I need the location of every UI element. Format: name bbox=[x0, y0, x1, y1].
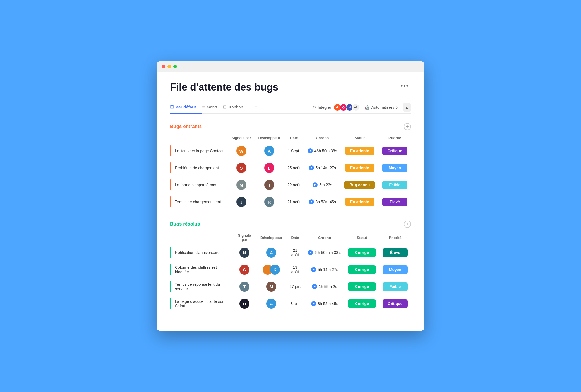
priorite-cell[interactable]: Élevé bbox=[379, 193, 411, 210]
table-icon: ⊞ bbox=[170, 104, 174, 110]
table-row[interactable]: Temps de réponse lent du serveur T M 27 … bbox=[170, 278, 411, 295]
bugs-resolus-table: Signalé par Développeur Date Chrono Stat… bbox=[170, 231, 411, 312]
table-row[interactable]: La forme n'apparaît pas M T 22 août 5m 2… bbox=[170, 176, 411, 193]
section-header-entrants: Bugs entrants + bbox=[170, 123, 411, 130]
status-badge[interactable]: Corrigé bbox=[348, 265, 376, 274]
chrono-value: 8h 52m 45s bbox=[316, 200, 336, 204]
statut-cell[interactable]: En attente bbox=[341, 142, 379, 159]
status-badge[interactable]: Bug connu bbox=[344, 181, 375, 189]
tab-kanban[interactable]: ⊟ Kanban bbox=[223, 101, 249, 113]
statut-cell[interactable]: Corrigé bbox=[345, 278, 379, 295]
status-badge[interactable]: En attente bbox=[345, 147, 374, 155]
col-header-signale-r: Signalé par bbox=[232, 231, 257, 244]
signale-cell: D bbox=[232, 295, 257, 312]
col-header-dev-r: Développeur bbox=[257, 231, 286, 244]
priorite-cell[interactable]: Faible bbox=[379, 278, 411, 295]
automatiser-button[interactable]: 🤖 Automatiser / 5 bbox=[365, 105, 398, 110]
tab-gantt[interactable]: ≡ Gantt bbox=[202, 102, 223, 113]
priorite-cell[interactable]: Élevé bbox=[379, 244, 411, 261]
table-row[interactable]: Notification d'anniversaire N A 21 août … bbox=[170, 244, 411, 261]
table-row[interactable]: Colonne des chiffres est bloquée S L K 1… bbox=[170, 261, 411, 278]
priority-badge[interactable]: Faible bbox=[383, 282, 408, 291]
table-header-row-resolus: Signalé par Développeur Date Chrono Stat… bbox=[170, 231, 411, 244]
tabs-bar: ⊞ Par défaut ≡ Gantt ⊟ Kanban + ⟲ Intégr… bbox=[170, 101, 411, 114]
priority-badge[interactable]: Élevé bbox=[383, 248, 408, 257]
statut-cell[interactable]: Corrigé bbox=[345, 244, 379, 261]
share-icon: ⟲ bbox=[312, 105, 316, 110]
priorite-cell[interactable]: Moyen bbox=[379, 261, 411, 278]
status-badge[interactable]: En attente bbox=[345, 164, 374, 172]
more-options-button[interactable]: ••• bbox=[398, 81, 411, 91]
row-indicator bbox=[170, 179, 171, 190]
dev-cell: A bbox=[257, 295, 286, 312]
dev-cell: A bbox=[257, 244, 286, 261]
avatar: R bbox=[264, 197, 274, 207]
table-row[interactable]: Problème de chargement S L 25 août 5h 14… bbox=[170, 159, 411, 176]
table-row[interactable]: La page d'accueil plante sur Safari D A … bbox=[170, 295, 411, 312]
main-content: File d'attente des bugs ••• ⊞ Par défaut… bbox=[157, 72, 424, 331]
chrono-value: 1h 55m 2s bbox=[319, 284, 337, 289]
statut-cell[interactable]: En attente bbox=[341, 193, 379, 210]
col-header-chrono: Chrono bbox=[304, 134, 341, 142]
chrono-cell: 6 h 50 min 38 s bbox=[304, 244, 345, 261]
integrer-button[interactable]: ⟲ Intégrer G Q M +2 bbox=[312, 103, 360, 111]
collapse-button[interactable]: ▲ bbox=[403, 103, 411, 112]
bugs-entrants-table: Signalé par Développeur Date Chrono Stat… bbox=[170, 134, 411, 210]
priorite-cell[interactable]: Critique bbox=[379, 142, 411, 159]
status-badge[interactable]: Corrigé bbox=[348, 299, 376, 308]
section-title-entrants: Bugs entrants bbox=[170, 124, 202, 129]
statut-cell[interactable]: En attente bbox=[341, 159, 379, 176]
row-indicator bbox=[170, 162, 171, 173]
date-cell: 22 août bbox=[284, 176, 304, 193]
dev-cell: M bbox=[257, 278, 286, 295]
col-header-name bbox=[170, 134, 228, 142]
priority-badge[interactable]: Critique bbox=[382, 147, 407, 155]
col-header-priorite-r: Priorité bbox=[379, 231, 411, 244]
chrono-cell: 5h 14m 27s bbox=[304, 261, 345, 278]
statut-cell[interactable]: Corrigé bbox=[345, 295, 379, 312]
section-header-resolus: Bugs résolus + bbox=[170, 221, 411, 228]
priority-badge[interactable]: Élevé bbox=[382, 198, 407, 206]
chrono-cell: 8h 52m 45s bbox=[304, 193, 341, 210]
col-header-priorite: Priorité bbox=[379, 134, 411, 142]
maximize-dot[interactable] bbox=[173, 65, 177, 68]
tab-par-defaut[interactable]: ⊞ Par défaut bbox=[170, 101, 202, 114]
row-indicator bbox=[170, 281, 171, 292]
chrono-value: 5h 14m 27s bbox=[316, 166, 336, 170]
status-badge[interactable]: Corrigé bbox=[348, 248, 376, 257]
status-badge[interactable]: Corrigé bbox=[348, 282, 376, 291]
signale-cell: W bbox=[228, 142, 255, 159]
date-cell: 27 juil. bbox=[286, 278, 304, 295]
statut-cell[interactable]: Bug connu bbox=[341, 176, 379, 193]
add-entrant-button[interactable]: + bbox=[404, 123, 411, 130]
row-indicator bbox=[170, 247, 171, 258]
bug-name: Problème de chargement bbox=[175, 166, 219, 170]
row-indicator bbox=[170, 298, 171, 309]
close-dot[interactable] bbox=[162, 65, 165, 68]
status-badge[interactable]: En attente bbox=[345, 198, 374, 206]
priority-badge[interactable]: Critique bbox=[383, 299, 408, 308]
statut-cell[interactable]: Corrigé bbox=[345, 261, 379, 278]
priority-badge[interactable]: Faible bbox=[382, 181, 407, 189]
minimize-dot[interactable] bbox=[167, 65, 171, 68]
date-cell: 8 juil. bbox=[286, 295, 304, 312]
priorite-cell[interactable]: Faible bbox=[379, 176, 411, 193]
browser-window: File d'attente des bugs ••• ⊞ Par défaut… bbox=[157, 61, 424, 331]
add-view-button[interactable]: + bbox=[249, 101, 263, 113]
table-row[interactable]: Le lien vers la page Contact W A 1 Sept.… bbox=[170, 142, 411, 159]
robot-icon: 🤖 bbox=[365, 105, 369, 110]
priority-badge[interactable]: Moyen bbox=[382, 164, 407, 172]
toolbar-right: ⟲ Intégrer G Q M +2 🤖 Automatiser / 5 ▲ bbox=[312, 103, 411, 112]
add-resolu-button[interactable]: + bbox=[404, 221, 411, 228]
row-indicator bbox=[170, 196, 171, 207]
priority-badge[interactable]: Moyen bbox=[383, 265, 408, 274]
priorite-cell[interactable]: Critique bbox=[379, 295, 411, 312]
page-header: File d'attente des bugs ••• bbox=[170, 81, 411, 93]
avatar: S bbox=[236, 163, 246, 173]
bug-name: La page d'accueil plante sur Safari bbox=[175, 299, 229, 308]
play-icon bbox=[311, 267, 316, 272]
table-row[interactable]: Temps de chargement lent J R 21 août 8h … bbox=[170, 193, 411, 210]
play-icon bbox=[308, 148, 313, 153]
priorite-cell[interactable]: Moyen bbox=[379, 159, 411, 176]
chrono-value: 5m 23s bbox=[319, 183, 332, 187]
